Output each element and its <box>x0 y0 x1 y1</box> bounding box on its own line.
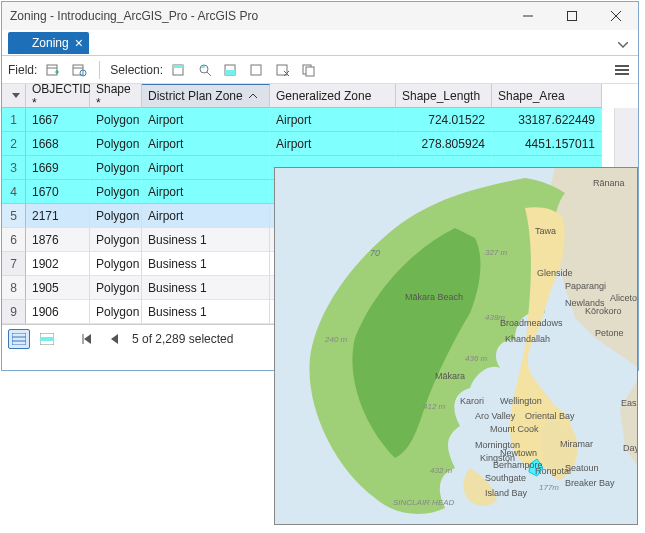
show-all-records-button[interactable] <box>8 329 30 349</box>
cell-slen[interactable]: 724.01522 <box>396 108 492 132</box>
row-header[interactable]: 2 <box>2 132 26 156</box>
table-row[interactable]: 21668PolygonAirportAirport278.8059244451… <box>2 132 638 156</box>
row-header[interactable]: 7 <box>2 252 26 276</box>
row-header[interactable]: 8 <box>2 276 26 300</box>
previous-record-button[interactable] <box>104 329 126 349</box>
cell-dpz[interactable]: Business 1 <box>142 228 270 252</box>
svg-rect-23 <box>201 66 205 68</box>
cell-shape[interactable]: Polygon <box>90 300 142 324</box>
col-shape-length[interactable]: Shape_Length <box>396 84 492 108</box>
close-tab-icon[interactable]: × <box>75 36 83 50</box>
cell-gz[interactable]: Airport <box>270 108 396 132</box>
add-field-button[interactable] <box>43 60 63 80</box>
clear-selection-button[interactable] <box>247 60 267 80</box>
cell-shape[interactable]: Polygon <box>90 156 142 180</box>
window-title: Zoning - Introducing_ArcGIS_Pro - ArcGIS… <box>10 9 506 23</box>
cell-objectid[interactable]: 1902 <box>26 252 90 276</box>
row-header[interactable]: 9 <box>2 300 26 324</box>
cell-shape[interactable]: Polygon <box>90 252 142 276</box>
cell-objectid[interactable]: 2171 <box>26 204 90 228</box>
tab-label: Zoning <box>32 36 69 50</box>
svg-rect-39 <box>40 337 54 341</box>
cell-dpz[interactable]: Airport <box>142 108 270 132</box>
svg-rect-12 <box>47 65 57 75</box>
row-header[interactable]: 5 <box>2 204 26 228</box>
maximize-button[interactable] <box>550 2 594 30</box>
copy-selection-button[interactable] <box>299 60 319 80</box>
cell-shape[interactable]: Polygon <box>90 228 142 252</box>
cell-objectid[interactable]: 1669 <box>26 156 90 180</box>
col-generalized-zone[interactable]: Generalized Zone <box>270 84 396 108</box>
cell-gz[interactable]: Airport <box>270 132 396 156</box>
cell-dpz[interactable]: Airport <box>142 204 270 228</box>
separator <box>99 61 100 79</box>
panel-menu-chevron-icon[interactable] <box>608 34 638 52</box>
row-header[interactable]: 4 <box>2 180 26 204</box>
svg-rect-31 <box>306 67 314 76</box>
map-view[interactable]: RānanaTawaGlensidePaparangiNewlandsBroad… <box>274 167 638 525</box>
cell-dpz[interactable]: Business 1 <box>142 276 270 300</box>
cell-sarea[interactable]: 33187.622449 <box>492 108 602 132</box>
svg-rect-26 <box>251 65 261 75</box>
svg-rect-35 <box>12 333 26 345</box>
tabstrip: Zoning × <box>2 30 638 56</box>
svg-rect-25 <box>225 70 235 75</box>
minimize-button[interactable] <box>506 2 550 30</box>
select-by-attributes-button[interactable] <box>169 60 189 80</box>
cell-shape[interactable]: Polygon <box>90 180 142 204</box>
cell-shape[interactable]: Polygon <box>90 132 142 156</box>
table-row[interactable]: 11667PolygonAirportAirport724.0152233187… <box>2 108 638 132</box>
cell-dpz[interactable]: Airport <box>142 156 270 180</box>
svg-marker-42 <box>111 334 118 344</box>
row-header[interactable]: 6 <box>2 228 26 252</box>
delete-selection-button[interactable] <box>273 60 293 80</box>
cell-shape[interactable]: Polygon <box>90 108 142 132</box>
cell-dpz[interactable]: Business 1 <box>142 300 270 324</box>
zoom-to-selection-button[interactable] <box>195 60 215 80</box>
row-header-corner[interactable] <box>2 84 26 108</box>
show-selected-records-button[interactable] <box>36 329 58 349</box>
calculate-field-button[interactable] <box>69 60 89 80</box>
cell-dpz[interactable]: Business 1 <box>142 252 270 276</box>
row-header[interactable]: 1 <box>2 108 26 132</box>
first-record-button[interactable] <box>76 329 98 349</box>
cell-objectid[interactable]: 1670 <box>26 180 90 204</box>
table-icon <box>12 35 28 51</box>
tab-zoning[interactable]: Zoning × <box>8 32 89 54</box>
cell-objectid[interactable]: 1905 <box>26 276 90 300</box>
titlebar: Zoning - Introducing_ArcGIS_Pro - ArcGIS… <box>2 2 638 30</box>
svg-rect-20 <box>173 65 183 68</box>
table-menu-button[interactable] <box>612 60 632 80</box>
cell-sarea[interactable]: 4451.157011 <box>492 132 602 156</box>
cell-objectid[interactable]: 1906 <box>26 300 90 324</box>
close-button[interactable] <box>594 2 638 30</box>
cell-shape[interactable]: Polygon <box>90 276 142 300</box>
svg-rect-1 <box>568 12 577 21</box>
cell-dpz[interactable]: Airport <box>142 132 270 156</box>
switch-selection-button[interactable] <box>221 60 241 80</box>
cell-slen[interactable]: 278.805924 <box>396 132 492 156</box>
row-header[interactable]: 3 <box>2 156 26 180</box>
cell-objectid[interactable]: 1667 <box>26 108 90 132</box>
cell-objectid[interactable]: 1668 <box>26 132 90 156</box>
svg-marker-41 <box>84 334 91 344</box>
col-objectid[interactable]: OBJECTID * <box>26 84 90 108</box>
col-district-plan-zone[interactable]: District Plan Zone <box>142 84 270 108</box>
field-label: Field: <box>8 63 37 77</box>
record-status: 5 of 2,289 selected <box>132 332 233 346</box>
svg-line-22 <box>207 72 211 76</box>
col-shape-area[interactable]: Shape_Area <box>492 84 602 108</box>
cell-objectid[interactable]: 1876 <box>26 228 90 252</box>
header-row: OBJECTID * Shape * District Plan Zone Ge… <box>2 84 638 108</box>
cell-dpz[interactable]: Airport <box>142 180 270 204</box>
cell-shape[interactable]: Polygon <box>90 204 142 228</box>
toolbar: Field: Selection: <box>2 56 638 84</box>
selection-label: Selection: <box>110 63 163 77</box>
col-shape[interactable]: Shape * <box>90 84 142 108</box>
svg-rect-11 <box>13 37 27 49</box>
map-geometry <box>275 168 638 525</box>
svg-rect-27 <box>277 65 287 75</box>
